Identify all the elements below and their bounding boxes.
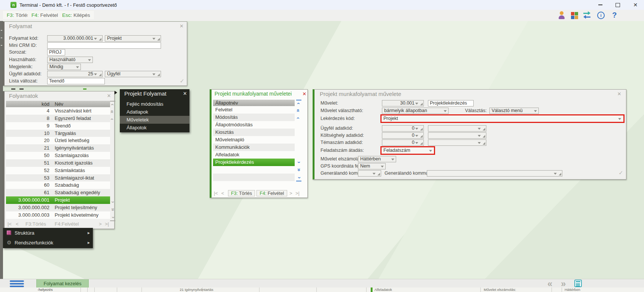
table-row[interactable]: 3.000.000.002Projekt teljesítmény xyxy=(6,204,110,211)
table-row[interactable]: 61Szabadság engedély xyxy=(6,189,110,196)
menu-item-fejlec-modositas[interactable]: Fejléc módosítás xyxy=(120,100,189,108)
user-icon[interactable] xyxy=(557,10,566,20)
temaszam-adatkod-combo[interactable]: 0 xyxy=(382,139,424,146)
transfer-icon[interactable] xyxy=(583,10,592,20)
valaszthato-dropdown[interactable]: bármelyik állapotban xyxy=(382,108,449,114)
close-icon[interactable]: ✕ xyxy=(182,91,188,96)
list-item[interactable]: Kiosztás xyxy=(213,129,295,136)
koltseghely-nev-combo[interactable] xyxy=(428,132,486,139)
table-row[interactable]: 4Visszahívást kért xyxy=(6,107,110,115)
list-item[interactable]: Módosítás xyxy=(213,114,295,121)
table-row[interactable]: 21Igénynyilvántartás xyxy=(6,144,110,152)
pager-next[interactable]: > xyxy=(99,221,102,227)
valasztas-dropdown[interactable]: Választó menü xyxy=(489,108,539,114)
hasznalhato-dropdown[interactable]: Használható xyxy=(47,57,93,63)
close-icon[interactable]: ✕ xyxy=(301,91,307,97)
lista-valtozat-input[interactable]: Teendő xyxy=(47,78,105,84)
tab-folyamat-kezeles[interactable]: Folyamat kezelés xyxy=(36,279,89,288)
generalando-kommunikacio-combo[interactable] xyxy=(358,170,381,177)
list-item[interactable]: Kommunikációk xyxy=(213,144,295,151)
feladatszam-atadas-dropdown-highlighted[interactable]: Feladatszám xyxy=(380,146,435,155)
f4-felvetel-button[interactable]: F4:Felvétel xyxy=(256,190,287,196)
generalando-kommunikacio-nev-combo[interactable] xyxy=(427,170,562,177)
apps-icon[interactable] xyxy=(569,10,579,20)
pager-f4-felvetel[interactable]: F4:Felvétel xyxy=(55,221,79,227)
list-item-empty[interactable] xyxy=(213,174,295,181)
maximize-button[interactable] xyxy=(609,0,626,10)
scroll-down-icon[interactable]: ‹ xyxy=(110,199,115,205)
folyamat-kod-combo[interactable]: 3.000.000.001 xyxy=(47,35,103,42)
pager-prev[interactable]: < xyxy=(16,221,19,227)
info-icon[interactable]: i xyxy=(596,10,606,20)
hotkey-f4-felvetel[interactable]: F4:Felvétel xyxy=(28,11,62,19)
menu-item-adatlapok[interactable]: Adatlapok xyxy=(120,108,189,116)
scroll-top-icon[interactable]: ‹ xyxy=(110,101,115,108)
folyamat-nev-combo[interactable]: Projekt xyxy=(105,35,161,42)
hamburger-icon[interactable] xyxy=(10,280,24,287)
pager-last[interactable]: >| xyxy=(295,190,300,196)
gps-dropdown[interactable]: Nem xyxy=(358,163,386,169)
table-row[interactable]: 3.000.000.003Projekt követelmény xyxy=(6,211,110,219)
pager-first[interactable]: |< xyxy=(214,190,218,196)
pager-next[interactable]: > xyxy=(289,190,292,196)
confirm-check-icon[interactable]: ✓ xyxy=(180,78,185,84)
table-row[interactable]: 20Üzleti lehetőség xyxy=(6,137,110,144)
close-icon[interactable]: ✕ xyxy=(616,91,622,97)
table-row[interactable]: 52Számlaiktatás xyxy=(6,167,110,174)
ugyfel-nev-combo[interactable] xyxy=(428,125,486,132)
table-row[interactable]: 8Egyszerű feladat xyxy=(6,115,110,122)
scroll-pagedown-icon[interactable]: « xyxy=(110,207,115,213)
temaszam-nev-combo[interactable] xyxy=(428,139,486,146)
table-row[interactable]: 60Szabadság xyxy=(6,181,110,189)
close-icon[interactable]: ✕ xyxy=(179,23,185,29)
list-item-selected[interactable]: Projektlekérdezés xyxy=(213,159,295,166)
menu-item-rendszerfunkciok[interactable]: ⚙ Rendszerfunkciók ▸ xyxy=(3,238,93,247)
megjelenik-dropdown[interactable]: Mindig xyxy=(47,64,81,70)
minimize-button[interactable] xyxy=(592,0,609,10)
menu-item-allapotok[interactable]: Állapotok xyxy=(120,124,189,132)
scroll-pageup-icon[interactable]: « xyxy=(110,109,115,115)
pager-last[interactable]: >| xyxy=(105,221,109,227)
list-item-empty[interactable] xyxy=(213,166,295,174)
table-row[interactable]: 10Tárgyalás xyxy=(6,130,110,137)
scroll-pageup-icon[interactable]: « xyxy=(296,108,301,114)
ugyfel-adatkod-combo[interactable]: 25 xyxy=(47,71,103,77)
pager-prev[interactable]: < xyxy=(221,190,224,196)
f3-torles-button[interactable]: F3:Törlés xyxy=(228,190,255,196)
list-item[interactable]: Állapotmódosítás xyxy=(213,121,295,129)
scroll-bottom-icon[interactable]: ‹ xyxy=(110,214,115,221)
scroll-down-icon[interactable]: ‹ xyxy=(296,159,301,165)
list-item[interactable]: Műveletnapló xyxy=(213,136,295,144)
confirm-check-icon[interactable]: ✓ xyxy=(619,169,623,176)
scroll-bottom-icon[interactable]: ‹ xyxy=(296,175,301,181)
table-row[interactable]: 53Számlaigazol-iktat xyxy=(6,174,110,182)
table-row[interactable]: 9Teendő xyxy=(6,122,110,130)
scroll-top-icon[interactable]: ‹ xyxy=(296,100,301,106)
muvelet-elszamolas-dropdown[interactable]: Háttérben xyxy=(358,156,396,162)
scroll-up-icon[interactable]: ‹ xyxy=(296,115,301,121)
sorozat-input[interactable]: PROJ xyxy=(47,49,65,55)
pager-first[interactable]: |< xyxy=(7,221,12,227)
koltseghely-adatkod-combo[interactable]: 0 xyxy=(382,132,424,139)
close-button[interactable]: ✕ xyxy=(627,0,644,10)
menu-item-struktura[interactable]: Struktúra ▸ xyxy=(3,228,93,238)
muvelet-combo[interactable]: 30.001 xyxy=(382,100,424,106)
lekerdezes-kod-dropdown-highlighted[interactable]: Projekt xyxy=(380,114,625,123)
list-item-empty[interactable] xyxy=(213,181,295,189)
table-row[interactable]: 50Számlaigazolás xyxy=(6,152,110,159)
ugyfel-nev-combo[interactable]: Ügyfél xyxy=(105,71,161,77)
list-item[interactable]: Felvétel xyxy=(213,106,295,114)
scroll-pagedown-icon[interactable]: « xyxy=(296,167,301,173)
help-icon[interactable]: ? xyxy=(610,10,620,20)
muvelet-nev-input[interactable]: Projektlekérdezés xyxy=(428,100,474,106)
close-icon[interactable]: ✕ xyxy=(106,93,112,99)
mini-crm-input[interactable] xyxy=(47,42,161,49)
list-item[interactable]: Alfeladatok xyxy=(213,151,295,159)
pager-f3-torles[interactable]: F3:Törlés xyxy=(25,221,46,227)
list-view-icon[interactable] xyxy=(574,280,582,287)
hotkey-esc-kilepes[interactable]: Esc:Kilépés xyxy=(58,11,94,19)
ugyfel-adatkod-combo[interactable]: 0 xyxy=(382,125,424,132)
scroll-up-icon[interactable]: ‹ xyxy=(110,116,115,122)
table-row[interactable]: 51Kiosztott igazolás xyxy=(6,159,110,167)
menu-item-muveletek[interactable]: Műveletek xyxy=(120,116,189,124)
